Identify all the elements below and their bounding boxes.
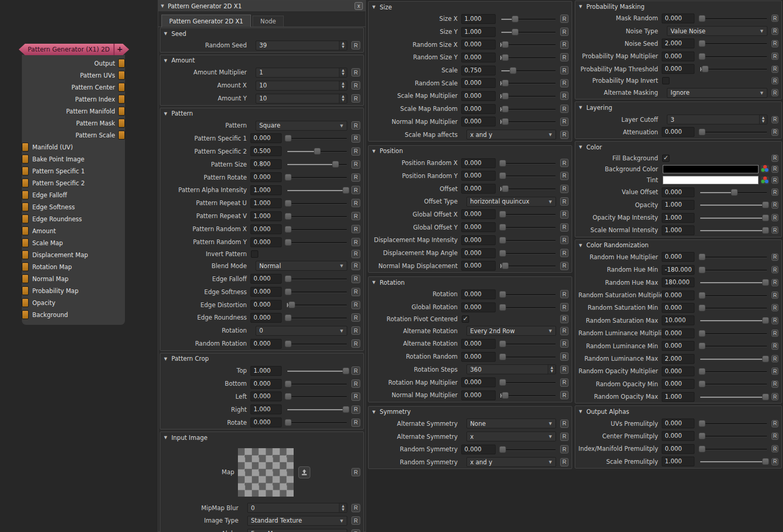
value-field[interactable]: 0.000 <box>250 313 282 323</box>
reset-button[interactable]: R <box>560 352 569 361</box>
section-header[interactable]: ▼Pattern Crop <box>160 353 363 364</box>
reset-button[interactable]: R <box>351 250 360 258</box>
slider[interactable] <box>287 391 347 401</box>
reset-button[interactable]: R <box>351 186 360 194</box>
value-field[interactable]: 1.000 <box>662 225 694 235</box>
slider[interactable] <box>700 127 767 137</box>
input-port-edge-roundness[interactable]: Edge Roundness <box>22 213 125 225</box>
reset-button[interactable]: R <box>772 254 778 261</box>
slider-handle[interactable] <box>285 174 292 181</box>
slider-handle[interactable] <box>285 419 292 426</box>
dropdown[interactable]: None▼ <box>466 419 556 428</box>
slider[interactable] <box>287 287 347 297</box>
value-field[interactable]: 0.000 <box>461 352 496 362</box>
input-port-edge-softness[interactable]: Edge Softness <box>22 201 125 213</box>
slider[interactable] <box>501 184 556 194</box>
reset-button[interactable]: R <box>351 199 360 207</box>
checkbox[interactable] <box>662 77 670 84</box>
slider[interactable] <box>287 133 347 143</box>
value-field[interactable]: 1.000 <box>662 200 694 210</box>
value-field[interactable]: 1.000 <box>662 213 694 223</box>
section-header[interactable]: ▼Color <box>575 142 781 153</box>
slider[interactable] <box>287 366 347 376</box>
value-field[interactable]: -180.000 <box>662 265 694 275</box>
slider-handle[interactable] <box>699 420 705 427</box>
value-field[interactable]: 0.000 <box>250 237 282 247</box>
section-header[interactable]: ▼Position <box>369 146 572 157</box>
slider-handle[interactable] <box>502 106 509 112</box>
port-socket[interactable] <box>22 202 29 211</box>
slider-handle[interactable] <box>499 291 506 298</box>
value-field[interactable]: 0.000 <box>461 339 496 349</box>
slider-handle[interactable] <box>699 267 705 273</box>
slider-handle[interactable] <box>343 187 349 194</box>
reset-button[interactable]: R <box>560 210 569 219</box>
value-field[interactable]: 0.000 <box>461 40 496 49</box>
window-titlebar[interactable]: ▼ Pattern Generator 2D X1 x <box>158 1 365 12</box>
value-field[interactable]: 0.000 <box>461 209 496 219</box>
color-picker-icon[interactable] <box>761 176 769 184</box>
value-field[interactable]: 0.000 <box>250 339 282 349</box>
slider-handle[interactable] <box>499 237 506 244</box>
section-header[interactable]: ▼Output Alphas <box>575 406 781 417</box>
slider[interactable] <box>287 185 347 195</box>
slider[interactable] <box>700 290 767 300</box>
reset-button[interactable]: R <box>772 188 778 196</box>
spin-arrows[interactable]: ▲▼ <box>339 68 347 77</box>
reset-button[interactable]: R <box>772 292 778 299</box>
reset-button[interactable]: R <box>560 131 569 139</box>
slider-handle[interactable] <box>512 29 519 35</box>
spin-field[interactable]: 39▲▼ <box>256 41 347 50</box>
slider[interactable] <box>700 64 767 74</box>
dropdown[interactable]: From Map▼ <box>247 529 347 532</box>
value-field[interactable]: 0.000 <box>250 287 282 297</box>
slider[interactable] <box>700 328 767 338</box>
port-socket[interactable] <box>118 59 125 68</box>
slider-handle[interactable] <box>502 93 509 99</box>
value-field[interactable]: 0.000 <box>662 419 694 428</box>
slider[interactable] <box>287 300 347 310</box>
port-socket[interactable] <box>22 191 29 199</box>
slider-handle[interactable] <box>510 67 516 74</box>
tab-node[interactable]: Node <box>252 16 284 27</box>
slider-handle[interactable] <box>502 392 509 399</box>
value-field[interactable]: 0.000 <box>662 341 694 351</box>
slider-handle[interactable] <box>285 393 292 400</box>
spin-down-icon[interactable]: ▼ <box>342 98 345 102</box>
reset-button[interactable]: R <box>772 89 778 96</box>
port-socket[interactable] <box>118 95 125 104</box>
node-add-button[interactable]: + <box>113 44 125 55</box>
reset-button[interactable]: R <box>351 301 360 309</box>
spin-field[interactable]: 360▲▼ <box>466 364 556 374</box>
value-field[interactable]: 0.000 <box>662 328 694 338</box>
value-field[interactable]: 1.000 <box>461 14 496 24</box>
reset-button[interactable]: R <box>772 201 778 209</box>
slider[interactable] <box>287 417 347 427</box>
slider-handle[interactable] <box>343 406 349 413</box>
spin-arrows[interactable]: ▲▼ <box>339 94 347 103</box>
reset-button[interactable]: R <box>560 249 569 257</box>
reset-button[interactable]: R <box>772 355 778 362</box>
input-port-rotation-map[interactable]: Rotation Map <box>22 261 125 273</box>
dropdown[interactable]: Every 2nd Row▼ <box>466 326 556 336</box>
reset-button[interactable]: R <box>560 290 569 298</box>
slider[interactable] <box>700 277 767 287</box>
reset-button[interactable]: R <box>772 368 778 375</box>
slider[interactable] <box>501 14 556 24</box>
slider-handle[interactable] <box>699 433 705 439</box>
slider-handle[interactable] <box>285 213 292 220</box>
value-field[interactable]: 0.000 <box>662 127 694 137</box>
slider[interactable] <box>287 211 347 221</box>
reset-button[interactable]: R <box>772 40 778 47</box>
reset-button[interactable]: R <box>351 504 360 512</box>
output-port-pattern-manifold[interactable]: Pattern Manifold <box>22 105 125 117</box>
spin-down-icon[interactable]: ▼ <box>342 85 345 89</box>
reset-button[interactable]: R <box>560 15 569 23</box>
slider[interactable] <box>700 315 767 325</box>
value-field[interactable]: 0.000 <box>250 391 282 401</box>
input-port-edge-falloff[interactable]: Edge Falloff <box>22 189 125 201</box>
slider[interactable] <box>700 39 767 48</box>
slider[interactable] <box>501 104 556 114</box>
spin-arrows[interactable]: ▲▼ <box>339 503 347 512</box>
reset-button[interactable]: R <box>560 172 569 180</box>
